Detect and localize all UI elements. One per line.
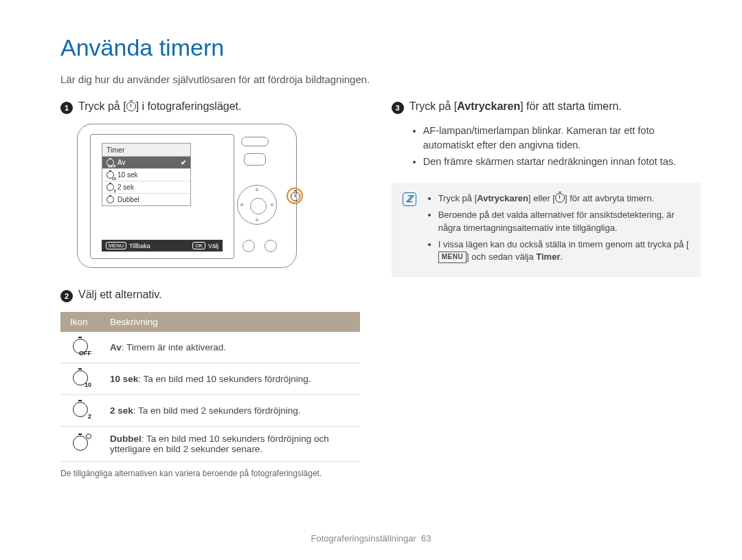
step-1: 1 Tryck på [] i fotograferingsläget. (60, 100, 360, 114)
option-desc-cell: Av: Timern är inte aktiverad. (100, 332, 360, 363)
step-3-pre: Tryck på [ (409, 100, 458, 112)
camera-shutter-button (244, 153, 266, 166)
camera-screen: Timer Av ✔ 10 sek 2 sek (90, 134, 234, 259)
step-3-bullets: AF-lampan/timerlampan blinkar. Kameran t… (409, 124, 701, 169)
footer-page: 63 (421, 533, 431, 544)
table-footnote: De tillgängliga alternativen kan variera… (60, 469, 360, 478)
step-2-text: Välj ett alternativ. (78, 289, 162, 301)
camera-dpad (237, 185, 277, 225)
th-desc: Beskrivning (100, 312, 360, 332)
step-3-bold: Avtryckaren (457, 100, 520, 112)
camera-menu-title: Timer (102, 144, 190, 157)
page-title: Använda timern (60, 34, 701, 61)
option-desc-cell: 2 sek: Ta en bild med 2 sekunders fördrö… (100, 395, 360, 427)
step-3-badge: 3 (392, 102, 404, 114)
check-icon: ✔ (181, 159, 186, 166)
step-1-text-pre: Tryck på [ (78, 100, 126, 112)
timer-option-icon: 10 (73, 370, 88, 385)
menu-row-label: Av (117, 159, 126, 166)
step-3-text: Tryck på [Avtryckaren] för att starta ti… (409, 100, 622, 113)
step-2: 2 Välj ett alternativ. (60, 289, 360, 302)
step-3-post: ] för att starta timern. (520, 100, 622, 112)
menu-bar-ok: Välj (208, 243, 218, 249)
option-icon-cell (60, 427, 100, 462)
note-box: ℤ Tryck på [Avtryckaren] eller [] för at… (392, 183, 701, 277)
menu-row-label: Dubbel (117, 196, 139, 203)
bullet-item: AF-lampan/timerlampan blinkar. Kameran t… (423, 124, 701, 153)
option-desc-cell: 10 sek: Ta en bild med 10 sekunders förd… (100, 363, 360, 395)
menu-row-label: 10 sek (117, 171, 137, 179)
timer-2-icon (106, 183, 114, 191)
option-icon-cell: 10 (60, 363, 100, 395)
ok-pill: OK (192, 242, 205, 249)
note-item-1: Tryck på [Avtryckaren] eller [] för att … (438, 192, 690, 205)
note-item-3: I vissa lägen kan du också ställa in tim… (438, 238, 690, 265)
th-icon: Ikon (60, 312, 100, 332)
step-3: 3 Tryck på [Avtryckaren] för att starta … (392, 100, 701, 114)
menu-bar-back: Tillbaka (129, 243, 150, 249)
table-row: Dubbel: Ta en bild med 10 sekunders förd… (60, 427, 360, 462)
timer-options-table: Ikon Beskrivning OFFAv: Timern är inte a… (60, 312, 360, 462)
timer-icon (555, 193, 565, 203)
note-list: Tryck på [Avtryckaren] eller [] för att … (426, 192, 690, 267)
camera-menu-bar: MENUTillbaka OKVälj (102, 240, 223, 251)
menu-row-dubbel: Dubbel (102, 194, 190, 205)
page-subtitle: Lär dig hur du använder självutlösaren f… (60, 74, 701, 85)
page-footer: Fotograferingsinställningar 63 (0, 533, 742, 544)
menu-pill: MENU (106, 242, 126, 249)
table-row: OFFAv: Timern är inte aktiverad. (60, 332, 360, 363)
timer-icon (291, 192, 300, 201)
step-2-badge: 2 (60, 290, 73, 302)
option-icon-cell: OFF (60, 332, 100, 363)
timer-option-icon: OFF (73, 339, 88, 354)
menu-row-2s: 2 sek (102, 181, 190, 194)
menu-row-av: Av ✔ (102, 157, 190, 169)
timer-option-icon (73, 436, 88, 451)
highlight-circle (286, 188, 303, 204)
table-row: 22 sek: Ta en bild med 2 sekunders fördr… (60, 395, 360, 427)
footer-section: Fotograferingsinställningar (311, 533, 416, 544)
option-icon-cell: 2 (60, 395, 100, 427)
timer-icon (126, 102, 136, 111)
note-info-icon: ℤ (403, 192, 416, 206)
table-row: 1010 sek: Ta en bild med 10 sekunders fö… (60, 363, 360, 395)
step-1-text-post: ] i fotograferingsläget. (136, 100, 242, 112)
step-1-badge: 1 (60, 102, 73, 114)
timer-off-icon (106, 159, 114, 166)
camera-small-button-1 (243, 240, 255, 252)
option-desc-cell: Dubbel: Ta en bild med 10 sekunders förd… (100, 427, 360, 462)
camera-power-button (241, 137, 269, 146)
camera-illustration: Timer Av ✔ 10 sek 2 sek (77, 124, 297, 268)
bullet-item: Den främre skärmen startar nedräkningen … (423, 155, 701, 169)
camera-menu: Timer Av ✔ 10 sek 2 sek (102, 143, 191, 206)
timer-double-icon (106, 196, 114, 203)
menu-key-icon: MENU (438, 251, 466, 263)
note-item-2: Beroende på det valda alternativet för a… (438, 209, 690, 235)
timer-option-icon: 2 (73, 402, 88, 417)
camera-small-button-2 (265, 240, 277, 252)
timer-10-icon (106, 171, 114, 179)
menu-row-label: 2 sek (117, 183, 134, 191)
menu-row-10s: 10 sek (102, 169, 190, 181)
step-1-text: Tryck på [] i fotograferingsläget. (78, 100, 242, 113)
